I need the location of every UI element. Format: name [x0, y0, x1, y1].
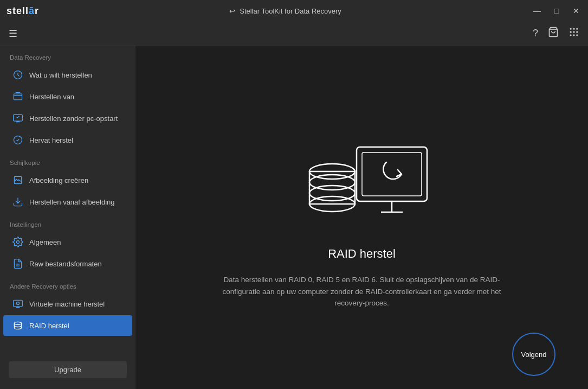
herstellen-afbeelding-icon [12, 196, 24, 208]
upgrade-button[interactable]: Upgrade [9, 361, 127, 378]
sidebar-item-raid-label: RAID herstel [29, 322, 69, 330]
svg-point-16 [17, 241, 20, 244]
sidebar-item-herstellen-afbeelding[interactable]: Herstellen vanaf afbeelding [3, 192, 132, 212]
grid-icon[interactable] [568, 27, 579, 40]
afbeelding-icon [12, 174, 24, 186]
maximize-button[interactable]: □ [551, 5, 562, 16]
next-button-container: Volgend [512, 333, 555, 376]
svg-point-8 [573, 34, 574, 36]
app-title: Stellar ToolKit for Data Recovery [240, 7, 341, 15]
svg-point-1 [570, 28, 572, 30]
titlebar-left: stellār [7, 5, 39, 17]
raid-icon [12, 320, 24, 331]
close-button[interactable]: ✕ [571, 5, 581, 16]
sidebar-item-herstellen-afbeelding-label: Herstellen vanaf afbeelding [29, 198, 115, 206]
sidebar-item-wat-label: Wat u wilt herstellen [29, 71, 92, 79]
sidebar-item-virtuele[interactable]: Virtuele machine herstel [3, 294, 132, 314]
herstellen-zonder-icon [12, 112, 24, 124]
svg-rect-28 [362, 152, 422, 196]
titlebar-right: — □ ✕ [532, 5, 581, 16]
content-inner: RAID herstel Data herstellen van RAID 0,… [199, 114, 525, 320]
sidebar-item-algemeen[interactable]: Algemeen [3, 232, 132, 252]
sidebar-item-raw[interactable]: Raw bestandsformaten [3, 253, 132, 274]
sidebar-item-afbeelding-label: Afbeelding creëren [29, 176, 88, 184]
hervat-icon [12, 134, 24, 146]
sidebar-item-algemeen-label: Algemeen [29, 238, 61, 246]
sidebar-item-wat[interactable]: Wat u wilt herstellen [3, 65, 132, 85]
raw-icon [12, 258, 24, 270]
algemeen-icon [12, 236, 24, 248]
main-layout: Data Recovery Wat u wilt herstellen Hers… [0, 46, 588, 389]
sidebar-item-herstellen-zonder-label: Herstellen zonder pc-opstart [29, 114, 118, 123]
sidebar-item-virtuele-label: Virtuele machine herstel [29, 300, 105, 308]
sidebar-item-afbeelding[interactable]: Afbeelding creëren [3, 170, 132, 190]
svg-point-6 [576, 31, 578, 33]
raid-illustration [292, 125, 432, 234]
menu-icon[interactable]: ☰ [9, 28, 17, 40]
svg-point-20 [17, 302, 20, 305]
svg-point-3 [576, 28, 578, 30]
svg-point-5 [573, 31, 574, 33]
upgrade-container: Upgrade [0, 356, 135, 384]
wat-icon [12, 69, 24, 81]
svg-point-26 [309, 186, 355, 201]
content-area: RAID herstel Data herstellen van RAID 0,… [135, 46, 588, 389]
content-title: RAID herstel [328, 247, 396, 261]
help-icon[interactable]: ? [533, 28, 538, 39]
toolbar-left: ☰ [9, 28, 17, 40]
titlebar: stellār ↩ Stellar ToolKit for Data Recov… [0, 0, 588, 22]
svg-point-7 [570, 34, 572, 36]
svg-point-9 [576, 34, 578, 36]
section-data-recovery: Data Recovery [0, 46, 135, 64]
sidebar-item-herstellen-van-label: Herstellen van [29, 93, 74, 101]
sidebar-item-raw-label: Raw bestandsformaten [29, 260, 102, 268]
herstellen-van-icon [12, 91, 24, 103]
sidebar: Data Recovery Wat u wilt herstellen Hers… [0, 46, 135, 389]
content-description: Data herstellen van RAID 0, RAID 5 en RA… [210, 274, 514, 309]
toolbar: ☰ ? [0, 22, 588, 46]
virtuele-icon [12, 298, 24, 310]
svg-rect-27 [357, 147, 427, 201]
section-instellingen: Instellingen [0, 213, 135, 231]
section-schijfkopie: Schijfkopie [0, 151, 135, 169]
svg-rect-11 [14, 94, 22, 100]
svg-point-2 [573, 28, 574, 30]
sidebar-item-raid[interactable]: RAID herstel [3, 315, 132, 336]
titlebar-center: ↩ Stellar ToolKit for Data Recovery [229, 7, 341, 15]
sidebar-item-herstellen-zonder[interactable]: Herstellen zonder pc-opstart [3, 108, 132, 129]
minimize-button[interactable]: — [532, 5, 542, 16]
cart-icon[interactable] [548, 27, 559, 40]
svg-point-21 [14, 322, 21, 324]
toolbar-right: ? [533, 27, 579, 40]
svg-rect-19 [14, 300, 23, 307]
sidebar-item-herstellen-van[interactable]: Herstellen van [3, 86, 132, 107]
svg-point-4 [570, 31, 572, 33]
sidebar-item-hervat-label: Hervat herstel [29, 136, 73, 144]
sidebar-item-hervat[interactable]: Hervat herstel [3, 130, 132, 150]
back-icon[interactable]: ↩ [229, 7, 235, 15]
section-andere: Andere Recovery opties [0, 275, 135, 293]
next-button[interactable]: Volgend [512, 333, 555, 376]
app-logo: stellār [7, 5, 39, 17]
